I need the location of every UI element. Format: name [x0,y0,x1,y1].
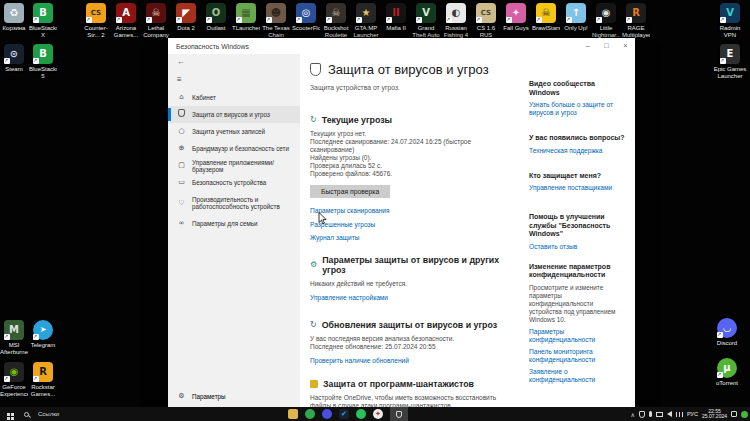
app-glyph: ♻ [10,3,19,23]
taskbar-app-green-icon[interactable] [305,409,315,419]
taskbar: Ссылки ✔ ✦ ∧ РУС 22:55 25.07.2024 [0,407,750,421]
tray-microphone-icon[interactable] [649,411,652,417]
tray-language-indicator[interactable]: РУС [687,411,698,417]
tray-network-icon[interactable] [676,412,683,417]
taskbar-app-folder-icon[interactable] [288,409,298,419]
privacy-dashboard-link[interactable]: Панель мониторинга конфиденциальности [529,348,627,364]
privacy-settings-link[interactable]: Параметры конфиденциальности [529,328,627,344]
sidebar: ← ≡ ⌂Кабинет Защита от вирусов и угроз ○… [168,54,300,407]
minimize-button[interactable]: – [578,38,597,54]
manage-providers-link[interactable]: Управление поставщиками [529,184,627,192]
hidden-icons-chevron[interactable]: ∧ [631,411,635,418]
app-glyph: ◤ [182,3,190,23]
menu-icon[interactable]: ≡ [177,75,300,85]
tray-green-app-icon[interactable] [741,411,748,418]
maximize-button[interactable]: □ [597,38,616,54]
desktop-icon-telegram[interactable]: ➤Telegram [29,320,57,349]
status-text: Текущих угроз нет. [310,130,515,138]
shortcut-arrow-icon [720,58,726,64]
desktop-icon-little-nightmares[interactable]: ◉Little Nightmar... [592,3,620,38]
ransomware-section: Защита от программ-шантажистов Настройте… [310,379,515,407]
desktop-icon-scooterflow[interactable]: ◎ScooterFlow [292,3,320,32]
start-button[interactable] [7,413,10,416]
desktop-icon-fall-guys[interactable]: ✦Fall Guys [502,3,530,32]
sidebar-item-settings[interactable]: ⚙Параметры [168,392,300,400]
desktop-icon-steam[interactable]: ⊙Steam [0,44,28,73]
app-glyph: ➤ [40,320,47,340]
steam-icon: ⊙ [4,44,24,64]
close-button[interactable]: × [616,38,635,54]
desktop-icon-epic-games[interactable]: EEpic Games Launcher [713,44,747,79]
protection-history-link[interactable]: Журнал защиты [310,234,515,241]
check-updates-link[interactable]: Проверить наличие обновлений [310,357,515,364]
sidebar-item-firewall[interactable]: ⊕Брандмауэр и безопасность сети [168,140,300,157]
sidebar-item-family-options[interactable]: ∞Параметры для семьи [168,215,300,232]
desktop-icon-dota2[interactable]: ◤Dota 2 [172,3,200,32]
scan-options-link[interactable]: Параметры сканирования [310,207,515,214]
desktop-icon-only-up[interactable]: ↑Only Up! [562,3,590,32]
desktop-icon-rage-multiplayer[interactable]: RRAGE Multiplayer [622,3,650,38]
tray-monitor-icon[interactable] [656,412,663,417]
shortcut-arrow-icon [356,17,362,23]
desktop-icon-brawlstars[interactable]: ☠BrawlStars [532,3,560,32]
desktop-icon-gtamp-launcher[interactable]: ★GTA:MP Launcher [352,3,380,38]
desktop-icon-tlauncher[interactable]: ▦TLauncher [232,3,260,32]
desktop-icon-arizona-games[interactable]: AArizona Games... [112,3,140,38]
sidebar-item-device-health[interactable]: ♡Производительность и работоспособность … [168,191,300,215]
desktop-icon-mafia2[interactable]: IIMafia II [382,3,410,32]
manage-settings-link[interactable]: Управление настройками [310,294,515,301]
quick-scan-button[interactable]: Быстрая проверка [310,185,390,198]
tray-volume-icon[interactable] [667,411,672,417]
desktop-icon-radmin-vpn[interactable]: VRadmin VPN [716,3,744,38]
desktop-icon-bluestacks-x[interactable]: BBlueStacks X [29,3,57,38]
tray-defender-shield-icon[interactable] [639,411,645,418]
taskbar-app-light-icon[interactable]: ✦ [373,409,383,419]
desktop-icon-discord[interactable]: ◡Discord [713,318,741,347]
taskbar-app-indigo-icon[interactable] [322,409,332,419]
sidebar-item-device-security[interactable]: ▭Безопасность устройства [168,174,300,191]
search-icon[interactable] [24,412,29,417]
tray-clock[interactable]: 22:55 25.07.2024 [702,409,727,420]
section-heading: Параметры защиты от вирусов и других угр… [322,255,515,275]
desktop-icon-cs2[interactable]: CSCounter-Str... 2 [82,3,110,38]
back-icon[interactable]: ← [177,57,300,67]
sidebar-item-virus-protection[interactable]: Защита от вирусов и угроз [168,106,300,123]
leave-feedback-link[interactable]: Оставить отзыв [529,243,627,251]
sidebar-item-home[interactable]: ⌂Кабинет [168,89,300,106]
desktop-icon-russian-fishing[interactable]: ◐Russian Fishing 4 [442,3,470,38]
app-glyph: O [212,3,221,23]
desktop-icon-texas-chainsaw[interactable]: ☻The Texas Chain Sa... [262,3,290,39]
desktop-icon-gta5[interactable]: VGrand Theft Auto V [412,3,440,39]
sidebar-item-account-protection[interactable]: ○Защита учетных записей [168,123,300,140]
desktop-icon-outlast[interactable]: OOutlast [202,3,230,32]
shortcut-arrow-icon [33,376,39,382]
desktop-icon-recycle-bin[interactable]: ♻Корзина [0,3,28,32]
desktop-icon-label: Steam [0,66,28,73]
tech-support-link[interactable]: Техническая поддержка [529,147,627,155]
taskbar-app-windows-security-icon[interactable] [390,407,408,421]
desktop-icon-buckshot-roulette[interactable]: ☠Buckshot Roulette [322,3,350,38]
links-toolbar-label[interactable]: Ссылки [38,411,59,417]
desktop-icon-rockstar-games[interactable]: RRockstar Games... [29,362,57,397]
taskbar-app-whatsapp-icon[interactable] [356,409,366,419]
lethal-company-icon: ☠ [146,3,166,23]
desktop-icon-label: Little Nightmar... [592,25,620,38]
desktop-icon-utorrent[interactable]: µuTorrent [713,358,741,387]
desktop-icon-lethal-company[interactable]: ☠Lethal Company [142,3,170,38]
learn-more-link[interactable]: Узнать больше о защите от вирусов и угро… [529,101,627,117]
sidebar-item-app-browser-control[interactable]: ▢Управление приложениями/браузером [168,157,300,174]
gta5-icon: V [416,3,436,23]
notification-center-icon[interactable] [731,411,737,417]
privacy-statement-link[interactable]: Заявление о конфиденциальности [529,368,627,384]
scan-duration-text: Проверка длилась 52 с. [310,162,515,170]
mafia2-icon: II [386,3,406,23]
desktop-icon-bluestacks5[interactable]: BBlueStacks 5 [29,44,57,79]
desktop-icon-cs16[interactable]: CSCS 1.6 RUS [472,3,500,38]
discord-icon: ◡ [717,318,737,338]
desktop-icon-msi-afterburner[interactable]: MMSI Afterburner [0,320,28,355]
outlast-icon: O [206,3,226,23]
titlebar[interactable]: Безопасность Windows – □ × [168,38,635,54]
taskbar-app-check-icon[interactable]: ✔ [339,409,349,419]
desktop-icon-geforce-experience[interactable]: ◉GeForce Experience [0,362,28,397]
allowed-threats-link[interactable]: Разрешенные угрозы [310,221,515,228]
